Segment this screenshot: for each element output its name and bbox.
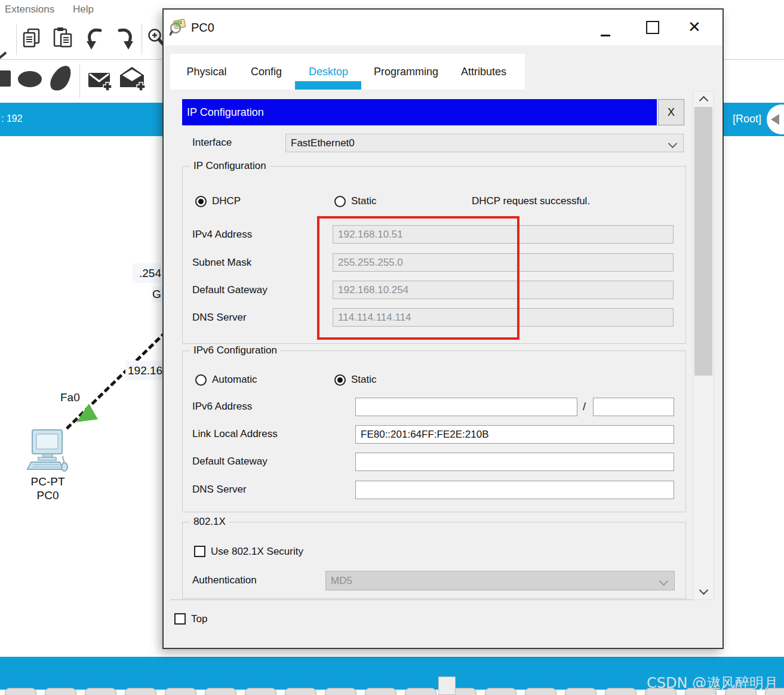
maximize-icon[interactable] — [646, 21, 659, 34]
scroll-down-icon[interactable] — [699, 586, 709, 595]
ipv6-dns-label: DNS Server — [192, 483, 247, 496]
security-group-title: 802.1X — [190, 516, 229, 528]
bottom-pill-row — [0, 688, 784, 695]
dialog-titlebar[interactable]: PC0 ✕ — [164, 10, 722, 46]
link-local-label: Link Local Address — [192, 428, 278, 441]
ipv6-gateway-field[interactable] — [355, 453, 674, 471]
cluster-left-text: : 192 — [1, 113, 23, 124]
ipv4-group-title: IP Configuration — [190, 160, 270, 172]
ipv6-static-radio[interactable] — [334, 374, 346, 386]
redo-icon[interactable] — [117, 27, 136, 50]
use-8021x-checkbox-label: Use 802.1X Security — [211, 545, 303, 558]
link-address-text: 192.16 — [128, 364, 162, 377]
scrollbar-thumb[interactable] — [694, 107, 712, 376]
tab-config[interactable]: Config — [251, 66, 282, 78]
device-label: PC-PT PC0 — [18, 475, 78, 502]
ipv4-address-label: IPv4 Address — [192, 228, 252, 241]
interface-dropdown[interactable]: FastEthernet0 — [285, 134, 684, 152]
partial-icon — [0, 51, 7, 59]
annotation-box-red — [317, 216, 519, 340]
subnet-mask-label: Subnet Mask — [192, 256, 251, 269]
toolbar-divider — [16, 24, 17, 55]
link-address-label: 192.16 — [125, 361, 165, 380]
minimize-icon[interactable] — [601, 35, 610, 36]
footer-divider — [715, 690, 716, 695]
ipv4-static-radio[interactable] — [334, 196, 346, 207]
ipv6-gateway-label: Default Gateway — [192, 455, 268, 468]
dhcp-status-text: DHCP request successful. — [472, 195, 590, 208]
menu-extensions[interactable]: Extensions — [5, 4, 54, 16]
remote-port-label: .254 — [133, 263, 161, 283]
toolbar-divider — [79, 64, 80, 98]
scroll-handle[interactable] — [438, 676, 456, 695]
tab-physical[interactable]: Physical — [186, 66, 226, 78]
link-local-field[interactable] — [355, 425, 674, 444]
authentication-value: MD5 — [331, 575, 352, 587]
ipv4-gateway-label: Default Gateway — [192, 284, 268, 297]
authentication-label: Authentication — [192, 574, 257, 587]
ipv6-dns-field[interactable] — [355, 481, 674, 499]
add-simple-pdu-icon[interactable] — [87, 68, 113, 93]
packet-tracer-logo-icon — [170, 18, 187, 36]
ellipse-shape-icon[interactable] — [18, 71, 42, 87]
ipv6-prefix-separator: / — [583, 400, 586, 413]
dialog-scrollbar[interactable] — [693, 91, 714, 600]
close-icon[interactable]: ✕ — [688, 19, 701, 35]
menu-help[interactable]: Help — [73, 4, 94, 16]
arrow-left-icon — [771, 114, 779, 125]
ip-configuration-header[interactable]: IP Configuration — [182, 99, 657, 125]
panel-title: IP Configuration — [187, 106, 264, 119]
rectangle-shape-icon[interactable] — [0, 70, 11, 87]
paste-icon[interactable] — [53, 26, 73, 49]
top-checkbox[interactable] — [174, 613, 186, 625]
tab-attributes[interactable]: Attributes — [461, 66, 506, 78]
undo-icon[interactable] — [84, 27, 103, 50]
copy-icon[interactable] — [21, 27, 42, 49]
active-tab-indicator — [295, 81, 361, 90]
remote-partial-text: G — [152, 288, 161, 301]
dhcp-radio-label: DHCP — [212, 195, 241, 208]
tab-desktop[interactable]: Desktop — [309, 66, 348, 78]
ipv6-address-label: IPv6 Address — [192, 400, 252, 413]
panel-close-button[interactable]: X — [658, 99, 684, 125]
authentication-dropdown: MD5 — [325, 571, 675, 591]
top-checkbox-label: Top — [191, 613, 207, 626]
interface-value: FastEthernet0 — [291, 137, 355, 149]
remote-port-text: .254 — [139, 267, 161, 280]
freeform-shape-icon[interactable] — [47, 62, 75, 94]
device-name-label: PC0 — [18, 488, 78, 502]
tab-programming[interactable]: Programming — [374, 66, 438, 78]
footer-divider — [647, 690, 647, 695]
device-type-label: PC-PT — [18, 475, 78, 488]
ipv4-static-radio-label: Static — [351, 195, 377, 208]
toolbar-divider — [142, 24, 142, 55]
remote-partial-label: G — [152, 287, 162, 302]
pc0-dialog: PC0 ✕ Physical Config Desktop Programmin… — [162, 8, 724, 649]
root-label: [Root] — [733, 113, 761, 125]
ipv6-automatic-radio[interactable] — [195, 374, 207, 386]
pc-icon[interactable] — [26, 429, 69, 475]
dialog-title: PC0 — [191, 10, 214, 45]
ipv6-prefix-field[interactable] — [593, 398, 674, 416]
pc-port-label: Fa0 — [60, 391, 80, 404]
dhcp-radio[interactable] — [195, 196, 207, 207]
panel-close-label: X — [668, 106, 675, 119]
back-navigation-button[interactable] — [767, 104, 784, 134]
ipv6-static-radio-label: Static — [351, 373, 377, 386]
chevron-down-icon — [668, 139, 678, 149]
ipv6-group-title: IPv6 Configuration — [190, 345, 281, 356]
packet-tracer-screen: Extensions Help — [0, 0, 784, 695]
ipv6-automatic-radio-label: Automatic — [212, 373, 257, 386]
dialog-tabstrip: Physical Config Desktop Programming Attr… — [170, 54, 525, 90]
ipv4-dns-label: DNS Server — [192, 311, 247, 324]
scroll-up-icon[interactable] — [699, 96, 709, 106]
ipv6-address-field[interactable] — [355, 398, 577, 416]
use-8021x-checkbox[interactable] — [194, 546, 205, 557]
interface-label: Interface — [192, 136, 232, 149]
chevron-down-icon — [659, 577, 669, 586]
add-complex-pdu-icon[interactable] — [118, 64, 147, 93]
